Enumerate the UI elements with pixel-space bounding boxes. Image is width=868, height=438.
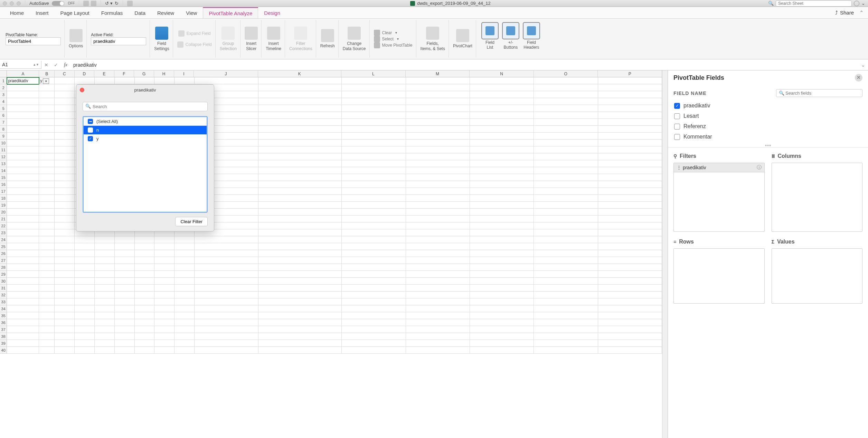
cell[interactable] (470, 77, 534, 84)
undo-icon[interactable]: ↺ ▾ (105, 1, 113, 6)
row-header[interactable]: 14 (0, 167, 7, 174)
cell[interactable] (258, 292, 342, 298)
cell[interactable] (406, 250, 470, 257)
cell[interactable] (258, 98, 342, 105)
cell[interactable] (406, 174, 470, 181)
cell[interactable] (7, 285, 39, 292)
spreadsheet-grid[interactable]: A B C D E F G H I J K L M N O P 1praedik… (0, 70, 662, 438)
cell[interactable] (39, 188, 55, 195)
cell[interactable] (534, 140, 598, 146)
cell[interactable] (534, 236, 598, 243)
cell[interactable] (470, 167, 534, 174)
cell[interactable] (470, 202, 534, 209)
cell[interactable] (598, 188, 662, 195)
cell[interactable] (39, 84, 55, 91)
row-header[interactable]: 5 (0, 105, 7, 112)
tab-design[interactable]: Design (258, 7, 286, 18)
active-field-input[interactable] (91, 37, 146, 45)
cell[interactable] (7, 167, 39, 174)
cell[interactable] (534, 229, 598, 236)
cell[interactable] (7, 250, 39, 257)
cell[interactable] (258, 202, 342, 209)
cell[interactable] (598, 340, 662, 347)
cell[interactable] (75, 333, 95, 340)
cell[interactable] (55, 181, 75, 188)
cell[interactable] (154, 312, 174, 319)
cell[interactable] (55, 112, 75, 119)
cell[interactable] (470, 112, 534, 119)
cell[interactable] (39, 257, 55, 264)
cell[interactable] (598, 167, 662, 174)
cell[interactable] (95, 236, 115, 243)
cell[interactable] (95, 257, 115, 264)
field-lesart[interactable]: Lesart (673, 111, 862, 121)
cell[interactable] (598, 84, 662, 91)
row-header[interactable]: 25 (0, 243, 7, 250)
cell[interactable] (115, 319, 135, 326)
cell[interactable] (406, 112, 470, 119)
cell[interactable] (598, 236, 662, 243)
cell[interactable] (406, 153, 470, 160)
cell[interactable] (470, 105, 534, 112)
cell[interactable] (55, 140, 75, 146)
cell[interactable] (135, 264, 155, 271)
field-list-button[interactable] (481, 22, 499, 39)
row-header[interactable]: 26 (0, 250, 7, 257)
checkbox-icon[interactable] (674, 113, 680, 119)
cell[interactable] (534, 202, 598, 209)
autosave-toggle[interactable] (52, 1, 64, 6)
cell[interactable] (174, 278, 195, 285)
cell[interactable] (39, 112, 55, 119)
cell[interactable] (7, 119, 39, 126)
cell[interactable] (135, 271, 155, 278)
cell[interactable] (7, 257, 39, 264)
cell[interactable] (342, 146, 406, 153)
options-icon[interactable] (69, 29, 83, 42)
cell[interactable] (342, 319, 406, 326)
filter-option-select-all[interactable]: (Select All) (84, 117, 207, 126)
cell[interactable] (195, 285, 258, 292)
cell[interactable] (7, 188, 39, 195)
ribbon-options-icon[interactable]: ⌃ (859, 10, 864, 16)
cell[interactable] (598, 264, 662, 271)
cell[interactable] (55, 236, 75, 243)
cell[interactable] (135, 326, 155, 333)
cell[interactable] (95, 278, 115, 285)
cell[interactable] (342, 292, 406, 298)
cell[interactable] (598, 140, 662, 146)
cell[interactable] (534, 119, 598, 126)
cell[interactable] (55, 333, 75, 340)
cell[interactable] (75, 347, 95, 354)
cell[interactable] (534, 257, 598, 264)
cell[interactable] (406, 119, 470, 126)
cell[interactable] (598, 257, 662, 264)
cell[interactable] (115, 257, 135, 264)
filter-dropdown-icon[interactable]: ▾ (43, 78, 49, 84)
cell[interactable] (534, 216, 598, 222)
tab-pivottable-analyze[interactable]: PivotTable Analyze (203, 7, 258, 18)
field-referenz[interactable]: Referenz (673, 121, 862, 132)
cell[interactable] (534, 133, 598, 140)
cell[interactable] (7, 112, 39, 119)
cell[interactable] (470, 319, 534, 326)
cell[interactable] (135, 305, 155, 312)
cell[interactable] (75, 312, 95, 319)
cell[interactable] (174, 305, 195, 312)
insert-timeline-icon[interactable] (267, 27, 280, 40)
cell[interactable] (7, 181, 39, 188)
clear-menu[interactable]: Clear (374, 30, 397, 36)
close-popup-icon[interactable] (80, 88, 84, 92)
cell[interactable] (75, 250, 95, 257)
row-header[interactable]: 20 (0, 209, 7, 216)
cell[interactable] (135, 340, 155, 347)
cell[interactable] (406, 91, 470, 98)
cell[interactable] (39, 91, 55, 98)
col-header-i[interactable]: I (174, 70, 194, 77)
cell[interactable] (7, 216, 39, 222)
cell[interactable] (39, 347, 55, 354)
cell[interactable] (470, 236, 534, 243)
cell[interactable] (342, 84, 406, 91)
cell[interactable] (55, 119, 75, 126)
cell[interactable] (598, 209, 662, 216)
row-header[interactable]: 18 (0, 195, 7, 202)
